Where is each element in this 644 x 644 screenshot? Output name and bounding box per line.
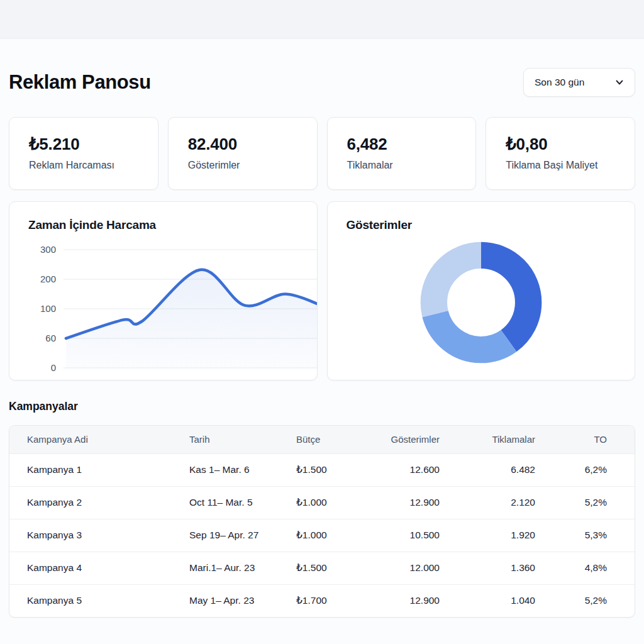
table-cell: ₺1.500 xyxy=(279,453,331,486)
stat-label: Tiklamalar xyxy=(347,160,476,171)
line-chart-card: Zaman İçinde Harcama 300200100600 xyxy=(9,201,318,380)
campaign-table-body: Kampanya 1Kas 1– Mar. 6₺1.50012.6006.482… xyxy=(9,453,635,617)
stat-label: Gösterimler xyxy=(188,160,317,171)
table-cell: Kampanya 4 xyxy=(9,552,172,584)
y-tick-label: 200 xyxy=(40,274,56,284)
stat-value: ₺0,80 xyxy=(506,135,635,154)
charts-row: Zaman İçinde Harcama 300200100600 Göster… xyxy=(9,201,635,380)
column-header: Bütçe xyxy=(279,426,331,453)
table-row: Kampanya 4Mari.1– Aur. 23₺1.50012.0001.3… xyxy=(9,552,635,584)
table-cell: 1.040 xyxy=(440,584,535,617)
stat-value: 6,482 xyxy=(347,135,476,154)
table-cell: 5,2% xyxy=(535,584,635,617)
table-cell: ₺1.500 xyxy=(279,552,331,584)
table-cell: ₺1.000 xyxy=(279,486,331,519)
table-cell: ₺1.000 xyxy=(279,519,331,552)
stat-label: Tiklama Başi Maliyet xyxy=(506,160,635,171)
table-row: Kampanya 5May 1– Apr. 23₺1.70012.9001.04… xyxy=(9,584,635,617)
campaign-table-header: Kampanya Adi Tarih Bütçe Gösterimler Tik… xyxy=(9,426,635,453)
table-cell: Oct 11– Mar. 5 xyxy=(172,486,279,519)
area-fill xyxy=(66,270,318,368)
column-header: Tarih xyxy=(172,426,279,453)
table-row: Kampanya 1Kas 1– Mar. 6₺1.50012.6006.482… xyxy=(9,453,635,486)
table-cell: 1.360 xyxy=(440,552,535,584)
table-cell: 10.500 xyxy=(331,519,440,552)
stat-value: 82.400 xyxy=(188,135,317,154)
donut-chart-card: Gösterimler xyxy=(327,201,636,380)
campaign-table-card: Kampanya Adi Tarih Bütçe Gösterimler Tik… xyxy=(9,425,635,618)
donut-chart xyxy=(347,236,616,369)
stats-row: ₺5.210 Reklam Harcaması 82.400 Gösteriml… xyxy=(9,117,635,190)
column-header: Kampanya Adi xyxy=(9,426,172,453)
date-range-select[interactable]: Son 30 gün xyxy=(523,68,635,97)
page-header: Reklam Panosu Son 30 gün xyxy=(9,68,635,97)
campaign-table: Kampanya Adi Tarih Bütçe Gösterimler Tik… xyxy=(9,426,635,617)
impressions-donut-chart xyxy=(414,236,548,369)
y-tick-label: 100 xyxy=(40,303,56,314)
donut-chart-title: Gösterimler xyxy=(347,218,635,232)
page-title: Reklam Panosu xyxy=(9,71,151,94)
chevron-down-icon xyxy=(615,78,624,87)
table-cell: Kampanya 2 xyxy=(9,486,172,519)
table-cell: Kampanya 5 xyxy=(9,584,172,617)
stat-card-spend: ₺5.210 Reklam Harcaması xyxy=(9,117,158,190)
table-cell: 12.600 xyxy=(331,453,440,486)
dashboard: Reklam Panosu Son 30 gün ₺5.210 Reklam H… xyxy=(0,68,644,618)
campaigns-section-title: Kampanyalar xyxy=(9,400,635,413)
table-cell: 12.900 xyxy=(331,584,440,617)
spend-line-chart: 300200100600 xyxy=(14,238,318,379)
table-cell: 6.482 xyxy=(440,453,535,486)
y-tick-label: 60 xyxy=(45,333,56,343)
column-header: Tiklamalar xyxy=(440,426,535,453)
table-cell: 5,3% xyxy=(535,519,635,552)
stat-label: Reklam Harcaması xyxy=(29,160,158,171)
y-tick-label: 300 xyxy=(40,244,56,255)
table-cell: Kampanya 1 xyxy=(9,453,172,486)
stat-card-impressions: 82.400 Gösterimler xyxy=(168,117,318,190)
table-cell: 4,8% xyxy=(535,552,635,584)
table-cell: Mari.1– Aur. 23 xyxy=(172,552,279,584)
stat-value: ₺5.210 xyxy=(29,135,158,154)
column-header: Gösterimler xyxy=(331,426,440,453)
table-cell: May 1– Apr. 23 xyxy=(172,584,279,617)
column-header: TO xyxy=(535,426,635,453)
table-cell: Sep 19– Apr. 27 xyxy=(172,519,279,552)
table-cell: 2.120 xyxy=(440,486,535,519)
table-row: Kampanya 3Sep 19– Apr. 27₺1.00010.5001.9… xyxy=(9,519,635,552)
line-chart-title: Zaman İçinde Harcama xyxy=(28,218,317,232)
stat-card-cpc: ₺0,80 Tiklama Başi Maliyet xyxy=(486,117,635,190)
date-range-label: Son 30 gün xyxy=(535,77,584,88)
table-cell: 12.000 xyxy=(331,552,440,584)
table-cell: Kampanya 3 xyxy=(9,519,172,552)
top-strip xyxy=(0,0,644,39)
table-cell: 12.900 xyxy=(331,486,440,519)
table-cell: 6,2% xyxy=(535,453,635,486)
stat-card-clicks: 6,482 Tiklamalar xyxy=(327,117,477,190)
line-chart: 300200100600 xyxy=(14,238,311,380)
table-cell: 1.920 xyxy=(440,519,535,552)
y-tick-label: 0 xyxy=(51,362,56,373)
table-cell: ₺1.700 xyxy=(279,584,331,617)
table-row: Kampanya 2Oct 11– Mar. 5₺1.00012.9002.12… xyxy=(9,486,635,519)
table-cell: 5,2% xyxy=(535,486,635,519)
table-cell: Kas 1– Mar. 6 xyxy=(172,453,279,486)
